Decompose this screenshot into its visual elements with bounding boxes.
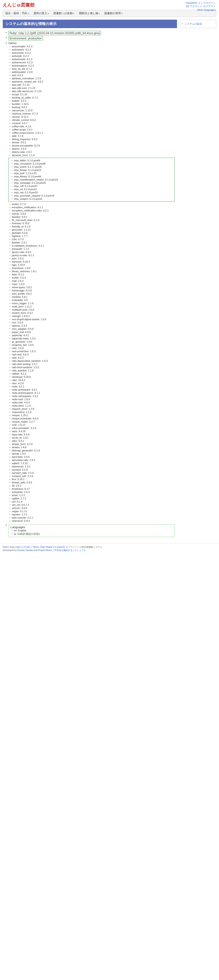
gem-item: debug_inspector: 0.0.2 bbox=[12, 138, 175, 141]
gem-item: sprockets-rails: 2.3.3 bbox=[12, 458, 175, 462]
gem-item: warden: 1.2.3 bbox=[12, 513, 175, 516]
gem-item: cancancan: 1.12.0 bbox=[12, 109, 175, 112]
gem-item: timeliness: 0.3.7 bbox=[12, 487, 175, 490]
gem-item: request_store: 1.2.0 bbox=[12, 407, 175, 410]
gem-item: activesupport: 4.2.3 bbox=[12, 64, 175, 67]
gem-item: coffee-script: 2.4.1 bbox=[12, 128, 175, 131]
gem-item: minitest: 5.8.1 bbox=[12, 295, 175, 299]
gem-item: faraday: 0.9.1 bbox=[12, 215, 175, 218]
footer-leaf-link[interactable]: Next-L Enju Leaf 1.1.0.rc21 bbox=[3, 546, 30, 548]
gem-item: sass: 3.4.18 bbox=[12, 430, 175, 433]
gem-item: i18n: 0.7.0 bbox=[12, 238, 175, 241]
gem-item: pr_geohash: 1.0.0 bbox=[12, 340, 175, 343]
gem-item: turbolinks: 2.5.3 bbox=[12, 490, 175, 494]
other-languages-link[interactable]: Other languages bbox=[186, 8, 216, 11]
gems-label: Gems: bbox=[8, 41, 17, 45]
gem-item: rdoc: 4.2.0 bbox=[12, 382, 175, 385]
languages-box: Languages en: Englishja: 日本語 (既定の言語) bbox=[8, 524, 175, 537]
enju-gem-item: enju_leaf: 1.1.0.rc21 bbox=[14, 172, 173, 175]
gem-item: builder: 3.2.2 bbox=[12, 99, 175, 102]
gem-item: awesome_nested_set: 3.0.2 bbox=[12, 80, 175, 83]
gem-item: nori: 2.6.0 bbox=[12, 321, 175, 324]
gem-item: rack-test: 0.6.3 bbox=[12, 353, 175, 356]
gem-item: sdoc: 0.4.1 bbox=[12, 439, 175, 442]
nav-admin[interactable]: 図書館の管理 bbox=[104, 11, 123, 15]
gem-item: resque-scheduler: 4.0.0 bbox=[12, 417, 175, 420]
enju-gem-item: enju_oai: 0.1.0.pre19 bbox=[14, 191, 173, 194]
gem-item: addressable: 2.3.8 bbox=[12, 70, 175, 73]
footer-dev2[interactable]: Project Next-L bbox=[38, 549, 52, 552]
enju-gem-item: enju_message: 0.1.14.pre25 bbox=[14, 181, 173, 185]
login-status-link[interactable]: enjuadmin としてログイン bbox=[186, 1, 216, 5]
sidebar-box: システムの設定 bbox=[180, 20, 216, 28]
account-link[interactable]: (0) アカウント ログアウト bbox=[186, 5, 216, 8]
gem-item: scrub_rb: 1.0.1 bbox=[12, 436, 175, 439]
gem-item: exception_notification: 4.1.1 bbox=[12, 206, 175, 209]
gem-item: friendly_id: 5.1.0 bbox=[12, 225, 175, 228]
enju-gem-item: enju_circulation: 0.1.0.pre48 bbox=[14, 162, 173, 165]
gem-item: mini_portile: 0.6.2 bbox=[12, 292, 175, 295]
gem-item: nokogiri: 1.6.6.2 bbox=[12, 315, 175, 318]
gem-item: coffee-rails: 4.1.0 bbox=[12, 125, 175, 128]
gem-item: arel: 6.0.3 bbox=[12, 73, 175, 77]
gem-item: redis-rails: 4.0.0 bbox=[12, 401, 175, 404]
sidebar-system-settings[interactable]: システムの設定 bbox=[184, 22, 202, 25]
gem-item: geocoder: 1.2.11 bbox=[12, 228, 175, 231]
gem-item: activemodel: 4.2.3 bbox=[12, 57, 175, 61]
languages-label: Languages bbox=[11, 525, 25, 529]
nav-loan[interactable]: 貸出・返却・予約 bbox=[5, 11, 29, 15]
gem-item: devise: 3.5.2 bbox=[12, 141, 175, 144]
gem-item: unicorn: 4.9.0 bbox=[12, 506, 175, 510]
footer-bug-link[interactable]: 不具合を報告する bbox=[54, 549, 73, 552]
gem-item: sitemap_generator: 5.1.0 bbox=[12, 449, 175, 452]
gem-item: acts_as_list: 0.7.2 bbox=[12, 67, 175, 70]
gem-item: coffee-script-source: 1.9.1.1 bbox=[12, 131, 175, 134]
gem-item: byebug: 6.0.2 bbox=[12, 106, 175, 109]
enju-gem-item: enju_event: 0.1.17.pre26 bbox=[14, 165, 173, 169]
gem-item: foreman: 0.78.0 bbox=[12, 222, 175, 225]
gem-item: resque_mailer: 2.2.7 bbox=[12, 420, 175, 423]
gem-item: attribute_normalizer: 1.2.0 bbox=[12, 77, 175, 80]
gem-item: rsolr: 1.0.12 bbox=[12, 423, 175, 426]
gem-item: simple_form: 3.2.0 bbox=[12, 442, 175, 445]
gem-item: sprockets: 3.3.5 bbox=[12, 455, 175, 458]
gem-item: jquery-ui-rails: 4.2.1 bbox=[12, 254, 175, 257]
gem-item: sunspot_solr: 2.2.0 bbox=[12, 474, 175, 478]
language-item: en: English bbox=[14, 529, 173, 532]
footer-dev1[interactable]: Kosuke Tanabe bbox=[17, 549, 33, 552]
gem-item: rack-protection: 1.5.3 bbox=[12, 350, 175, 353]
gem-item: jquery-rails: 4.0.5 bbox=[12, 250, 175, 254]
gem-item: paperclip: 4.3.1 bbox=[12, 334, 175, 337]
main-content: システムの基本的な情報の表示 Ruby: ruby 2.2.2p95 (2015… bbox=[3, 20, 177, 538]
gem-item: rails_autolink: 1.1.6 bbox=[12, 369, 175, 372]
footer-manual-link[interactable]: マニュアル bbox=[75, 549, 86, 552]
gem-item: options: 2.3.2 bbox=[12, 324, 175, 327]
gem-item: dynamic_form: 1.1.4 bbox=[12, 154, 175, 157]
gem-item: thread_safe: 0.3.5 bbox=[12, 481, 175, 484]
gem-item: aws-sdk-resources: 2.1.23 bbox=[12, 89, 175, 93]
gem-item: tilt: 2.0.1 bbox=[12, 484, 175, 487]
enju-gem-item: enju_flower: 0.1.0.pre23 bbox=[14, 169, 173, 172]
gem-item: redis: 3.2.1 bbox=[12, 385, 175, 388]
gem-item: responders: 2.1.0 bbox=[12, 410, 175, 414]
gem-item: whenever: 0.9.4 bbox=[12, 519, 175, 522]
gem-item: sunspot_rails: 2.2.0 bbox=[12, 471, 175, 474]
gem-item: redis-namespace: 1.5.2 bbox=[12, 395, 175, 398]
gem-item: dotenv: 2.0.2 bbox=[12, 147, 175, 150]
nav-request[interactable]: 図書館への依頼 bbox=[54, 11, 75, 15]
nav-events[interactable]: 開館日と催し物 bbox=[79, 11, 100, 15]
gem-item: redis-activesupport: 4.1.1 bbox=[12, 391, 175, 395]
gem-item: cocaine: 0.5.7 bbox=[12, 122, 175, 125]
gem-item: progress_bar: 1.0.5 bbox=[12, 343, 175, 347]
nav-acquisition[interactable]: 資料の受入 bbox=[33, 11, 49, 15]
gem-item: nested_form: 0.3.2 bbox=[12, 311, 175, 315]
gem-item: sass-rails: 5.0.4 bbox=[12, 433, 175, 436]
language-item: ja: 日本語 (既定の言語) bbox=[14, 532, 173, 536]
gem-item: jmespath: 1.1.3 bbox=[12, 247, 175, 250]
gem-item: aws-sdk: 2.1.23 bbox=[12, 83, 175, 86]
footer: Next-L Enju Leaf 1.1.0.rc21 + Next-L Enj… bbox=[0, 544, 219, 554]
footer-flower-link[interactable]: Next-L Enju Flower 0.1.0.pre23 bbox=[33, 546, 65, 548]
gem-item: kramdown: 1.8.0 bbox=[12, 266, 175, 270]
enju-gems-box: enju_biblio: 0.1.0.pre69enju_circulation… bbox=[8, 158, 175, 202]
gem-item: redis-store: 1.1.6 bbox=[12, 404, 175, 407]
